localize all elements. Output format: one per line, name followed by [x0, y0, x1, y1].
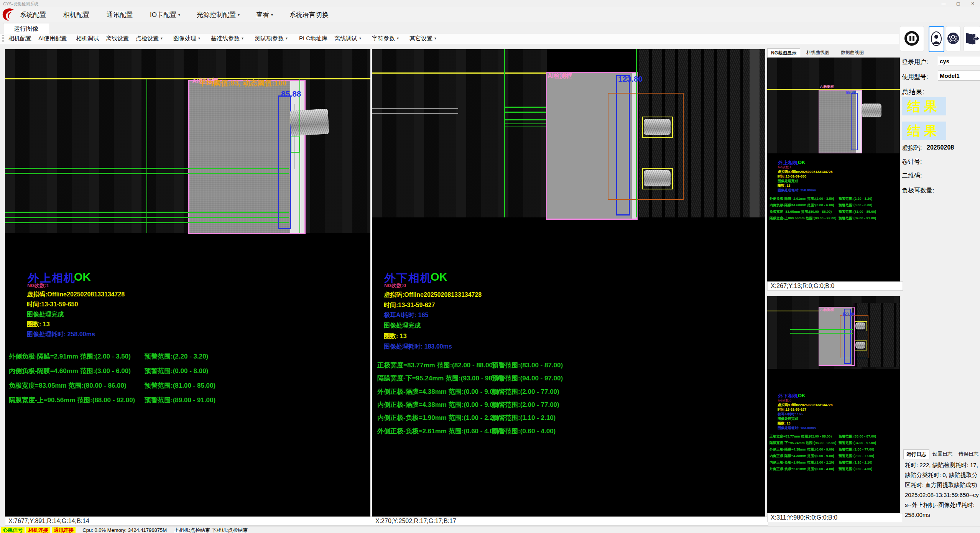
chevron-down-icon	[434, 36, 436, 40]
tab-data-curve[interactable]: 数据曲线图	[836, 48, 868, 57]
pause-button[interactable]	[900, 26, 924, 51]
app-window: CYS-视觉检测系统 系统配置 相机配置 通讯配置 IO卡配置 光源控制配置 查…	[0, 0, 980, 533]
process-time-line: 图像处理耗时: 258.00ms	[27, 331, 95, 339]
measurement-row: 负极宽度=83.05mm 范围:(80.00 - 86.00)	[9, 381, 127, 390]
chevron-down-icon	[242, 36, 243, 40]
tab-run-image[interactable]: 运行图像	[3, 23, 49, 34]
measurement-row: 外侧正极-负极=2.61mm 范围:(0.60 - 4.00)	[377, 427, 499, 436]
menu-light-config[interactable]: 光源控制配置	[197, 10, 240, 19]
measurement-row: 外侧负极-隔膜=2.91mm 范围:(2.00 - 3.50)	[9, 352, 131, 361]
ng-count: NG次数:0	[384, 282, 406, 289]
model-label: 使用型号:	[902, 73, 928, 81]
thumbnail-lower[interactable]: AI检测框 123.80 外下相机 OK NG次数:0 虚拟码:Offline2…	[767, 296, 900, 513]
minimize-icon[interactable]	[936, 0, 951, 7]
measurement-warn: 预警范围:(81.00 - 85.00)	[145, 381, 215, 390]
tool-testitem-params[interactable]: 测试项参数	[255, 35, 288, 42]
tab-ng-screenshot[interactable]: NG截图显示	[767, 48, 800, 57]
menu-comm-config[interactable]: 通讯配置	[107, 10, 133, 19]
tab-error-log[interactable]: 错误日志	[956, 449, 980, 459]
chevron-down-icon	[271, 13, 273, 17]
process-done-line: 图像处理完成	[384, 322, 421, 330]
coords-thumb-upper: X:267;Y:13;R:0;G:0;B:0	[767, 281, 903, 291]
tool-camera-debug[interactable]: 相机调试	[76, 35, 99, 42]
model-field[interactable]	[938, 71, 980, 81]
window-titlebar: CYS-视觉检测系统	[0, 0, 980, 7]
status-bar: 心跳信号 相机连接 通讯连接 Cpu: 0.0% Memory: 3424.41…	[0, 526, 980, 533]
chevron-down-icon	[178, 13, 180, 17]
camera-status: OK	[74, 271, 91, 283]
camera-lower-photo	[372, 49, 547, 217]
window-title: CYS-视觉检测系统	[3, 1, 38, 7]
cpu-memory-text: Cpu: 0.0% Memory: 3424.41796875M	[82, 527, 167, 533]
tab-run-log[interactable]: 运行日志	[903, 449, 929, 459]
menu-io-card-config[interactable]: IO卡配置	[150, 10, 180, 19]
login-user-field[interactable]	[938, 56, 980, 66]
measurement-warn: 预警范围:(2.00 - 77.00)	[492, 387, 559, 396]
guide-vline	[504, 49, 505, 217]
coords-thumb-lower: X:311;Y:980;R:0;G:0;B:0	[767, 513, 903, 522]
measurement-row: 正极宽度=83.77mm 范围:(82.00 - 88.00)	[377, 361, 495, 370]
measurement-warn: 预警范围:(89.00 - 91.00)	[145, 396, 215, 405]
guide-vline	[146, 79, 147, 233]
tab-line-curve[interactable]: 料线曲线图	[802, 48, 834, 57]
logout-door-icon	[965, 31, 979, 46]
tab-box-1	[642, 117, 673, 138]
tool-plc-address[interactable]: PLC地址库	[299, 35, 327, 42]
camera-view-lower[interactable]: AI检测框 123.80 外下相机 OK NG次数:0 虚拟码:Offline2…	[372, 49, 765, 517]
tab-ai-time-line: 极耳AI耗时: 165	[384, 311, 428, 319]
measurement-warn: 预警范围:(2.20 - 3.20)	[145, 352, 208, 361]
camera-upper-photo	[5, 49, 370, 233]
log-panel: 运行日志 设置日志 错误日志 耗时: 222, 缺陷检测耗时: 17, 缺陷分类…	[903, 449, 980, 525]
result-indicator-1: 结果	[902, 97, 946, 115]
menu-camera-config[interactable]: 相机配置	[63, 10, 89, 19]
menu-view[interactable]: 查看	[256, 10, 273, 19]
user-icon	[931, 31, 942, 46]
tool-spotcheck-setting[interactable]: 点检设置	[136, 35, 163, 42]
close-icon[interactable]	[965, 0, 980, 7]
coords-lower: X:270;Y:2502;R:17;G:17;B:17	[372, 517, 768, 526]
measurement-row: 外侧正极-隔膜=4.38mm 范围:(0.00 - 9.00)	[377, 387, 499, 396]
tool-offline-setting[interactable]: 离线设置	[106, 35, 129, 42]
edge-measure-box	[278, 95, 291, 229]
tool-baseline-params[interactable]: 基准线参数	[211, 35, 243, 42]
measurement-row: 内侧正极-隔膜=4.38mm 范围:(0.00 - 9.00)	[377, 400, 499, 409]
vcode-value: 20250208	[927, 144, 954, 151]
camera-status: OK	[431, 271, 447, 283]
loop-count-line: 圈数: 13	[27, 321, 50, 329]
measurement-warn: 预警范围:(83.00 - 87.00)	[492, 361, 563, 370]
chevron-down-icon	[397, 36, 399, 40]
logout-button[interactable]	[964, 26, 980, 51]
toolstrip-grip[interactable]	[2, 35, 4, 42]
loop-count-line: 圈数: 13	[384, 332, 407, 341]
users-group-icon	[947, 32, 959, 44]
login-user-label: 登录用户:	[902, 58, 928, 66]
thumbnail-upper[interactable]: AI检测框 85.88 外上相机 OK NG次数:1 虚拟码:Offline20…	[767, 58, 900, 281]
tool-camera-config[interactable]: 相机配置	[8, 35, 31, 42]
menu-system-config[interactable]: 系统配置	[20, 10, 46, 19]
measurement-row: 隔膜宽度-下=95.24mm 范围:(93.00 - 98.00)	[377, 374, 503, 383]
result-indicator-2: 结果	[902, 122, 946, 140]
camera-link-badge: 相机连接	[26, 527, 50, 533]
tool-char-params[interactable]: 字符参数	[372, 35, 399, 42]
chevron-down-icon	[198, 36, 200, 40]
measurement-warn: 预警范围:(0.60 - 4.00)	[492, 427, 556, 436]
tool-image-process[interactable]: 图像处理	[173, 35, 200, 42]
measurement-warn: 预警范围:(0.00 - 8.00)	[145, 367, 208, 375]
maximize-icon[interactable]	[951, 0, 965, 7]
tab-setting-log[interactable]: 设置日志	[930, 449, 955, 459]
threshold-text: 平均阈值:93, 动态阈值:100	[199, 78, 286, 88]
menu-language-switch[interactable]: 系统语言切换	[289, 10, 329, 19]
tool-ai-use-config[interactable]: AI使用配置	[38, 35, 67, 42]
baseline-yellow	[372, 72, 547, 74]
measure-value: 123.80	[618, 74, 643, 84]
camera-view-upper[interactable]: AI检测框 平均阈值:93, 动态阈值:100 85.88 外上相机 OK NG…	[5, 49, 370, 517]
toolstrip: 相机配置 AI使用配置 相机调试 离线设置 点检设置 图像处理 基准线参数 测试…	[0, 34, 899, 44]
app-logo-icon	[2, 7, 16, 22]
tab-box-2	[642, 168, 673, 189]
tool-other-settings[interactable]: 其它设置	[409, 35, 436, 42]
tool-offline-debug[interactable]: 离线调试	[334, 35, 361, 42]
users-group-button[interactable]	[946, 26, 960, 51]
menu-bar: 系统配置 相机配置 通讯配置 IO卡配置 光源控制配置 查看 系统语言切换	[0, 7, 980, 22]
ai-box-label: AI检测框	[548, 72, 572, 80]
user-button[interactable]	[929, 26, 944, 52]
